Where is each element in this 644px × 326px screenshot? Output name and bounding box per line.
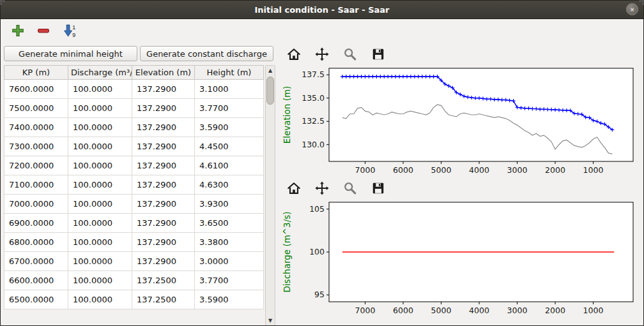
window: Initial condition - Saar - Saar × 1 9 Ge…	[0, 0, 644, 326]
plot1-save-button[interactable]	[370, 46, 387, 63]
table-cell[interactable]: 3.5900	[195, 290, 264, 309]
table-cell[interactable]: 137.2900	[132, 99, 195, 118]
table-cell[interactable]: 6900.0000	[4, 214, 68, 233]
y-tick-label: 95	[314, 290, 325, 299]
table-cell[interactable]: 3.6500	[195, 214, 264, 233]
table-cell[interactable]: 137.2900	[132, 137, 195, 156]
discharge-plot-toolbar	[280, 179, 641, 198]
table-cell[interactable]: 137.2900	[132, 214, 195, 233]
window-title: Initial condition - Saar - Saar	[254, 5, 389, 15]
table-cell[interactable]: 137.2900	[132, 252, 195, 271]
scroll-down-button[interactable]: ▼	[266, 316, 275, 325]
plot2-home-button[interactable]	[286, 180, 302, 196]
table-cell[interactable]: 137.2900	[132, 195, 195, 214]
remove-icon	[36, 24, 50, 38]
table-cell[interactable]: 100.0000	[68, 118, 132, 137]
table-row: 7200.0000100.0000137.29004.6100	[4, 156, 264, 175]
table-cell[interactable]: 100.0000	[68, 137, 132, 156]
x-tick-label: 7000	[355, 306, 376, 315]
save-icon	[371, 47, 385, 61]
table-cell[interactable]: 7000.0000	[4, 195, 68, 214]
table-row: 7500.0000100.0000137.29003.7700	[4, 99, 264, 118]
table-cell[interactable]: 3.9300	[195, 195, 264, 214]
table-cell[interactable]: 6500.0000	[4, 290, 68, 309]
table-body: 7600.0000100.0000137.29003.10007500.0000…	[4, 80, 264, 309]
table-cell[interactable]: 7600.0000	[4, 80, 68, 99]
scrollbar-thumb[interactable]	[266, 77, 274, 105]
plot2-save-button[interactable]	[370, 180, 387, 196]
table-cell[interactable]: 6600.0000	[4, 271, 68, 290]
table-cell[interactable]: 3.7700	[195, 99, 264, 118]
x-tick-label: 1000	[583, 306, 604, 315]
table-row: 6900.0000100.0000137.29003.6500	[4, 214, 264, 233]
table-cell[interactable]: 7200.0000	[4, 156, 68, 175]
table-cell[interactable]: 100.0000	[68, 271, 132, 290]
table-cell[interactable]: 137.2900	[132, 175, 195, 195]
table-cell[interactable]: 6700.0000	[4, 252, 68, 271]
sort-ascending-icon: 1 9	[62, 23, 77, 38]
y-axis-label: Discharge (m^3/s)	[282, 211, 292, 292]
table-scrollbar[interactable]: ▲ ▼	[265, 65, 275, 326]
table-cell[interactable]: 137.2900	[132, 118, 195, 137]
elevation-chart[interactable]: 7000600050004000300020001000130.0132.513…	[280, 64, 641, 179]
y-tick-label: 137.5	[302, 70, 325, 79]
x-tick-label: 3000	[507, 165, 528, 175]
plot1-home-button[interactable]	[286, 46, 302, 63]
close-button[interactable]: ×	[626, 3, 638, 15]
plot2-zoom-button[interactable]	[342, 180, 358, 196]
table-cell[interactable]: 3.1000	[195, 80, 264, 99]
titlebar[interactable]: Initial condition - Saar - Saar ×	[1, 1, 643, 19]
right-panel: 7000600050004000300020001000130.0132.513…	[277, 42, 643, 326]
table-cell[interactable]: 3.7700	[195, 271, 264, 290]
column-header[interactable]: Height (m)	[195, 66, 264, 80]
table-cell[interactable]: 100.0000	[68, 233, 132, 252]
table-cell[interactable]: 137.2900	[132, 233, 195, 252]
remove-row-button[interactable]	[35, 22, 52, 39]
x-tick-label: 6000	[393, 165, 413, 175]
table-cell[interactable]: 100.0000	[68, 80, 132, 99]
column-header[interactable]: Elevation (m)	[132, 66, 195, 80]
table-cell[interactable]: 100.0000	[68, 252, 132, 271]
table-cell[interactable]: 100.0000	[68, 195, 132, 214]
plot1-zoom-button[interactable]	[342, 46, 358, 63]
table-cell[interactable]: 7300.0000	[4, 137, 68, 156]
table-cell[interactable]: 7100.0000	[4, 175, 68, 195]
table-cell[interactable]: 100.0000	[68, 214, 132, 233]
plot-box	[329, 68, 633, 161]
discharge-chart[interactable]: 700060005000400030002000100095100105Disc…	[280, 198, 641, 319]
table-cell[interactable]: 137.2900	[132, 80, 195, 99]
table-cell[interactable]: 6800.0000	[4, 233, 68, 252]
x-tick-label: 5000	[431, 306, 452, 315]
table-cell[interactable]: 137.2500	[132, 271, 195, 290]
table-cell[interactable]: 100.0000	[68, 290, 132, 309]
x-tick-label: 3000	[507, 306, 528, 315]
sort-rows-button[interactable]: 1 9	[61, 22, 79, 40]
column-header[interactable]: Discharge (m³/s)	[68, 66, 132, 80]
table-cell[interactable]: 3.0000	[195, 252, 264, 271]
table-cell[interactable]: 3.5900	[195, 118, 264, 137]
plot1-pan-button[interactable]	[314, 46, 330, 63]
table-cell[interactable]: 100.0000	[68, 175, 132, 195]
table-cell[interactable]: 137.2500	[132, 290, 195, 309]
table-cell[interactable]: 4.6300	[195, 175, 264, 195]
table-cell[interactable]: 4.4500	[195, 137, 264, 156]
x-tick-label: 6000	[393, 306, 413, 315]
column-header[interactable]: KP (m)	[4, 66, 68, 80]
table-cell[interactable]: 100.0000	[68, 99, 132, 118]
scroll-up-button[interactable]: ▲	[266, 66, 275, 75]
add-row-button[interactable]	[10, 22, 26, 39]
table-cell[interactable]: 7400.0000	[4, 118, 68, 137]
table-row: 7000.0000100.0000137.29003.9300	[4, 195, 264, 214]
table-cell[interactable]: 137.2900	[132, 156, 195, 175]
table-cell[interactable]: 7500.0000	[4, 99, 68, 118]
svg-text:9: 9	[72, 32, 75, 38]
zoom-icon	[343, 47, 357, 61]
scrollbar-track[interactable]	[266, 75, 275, 316]
table-cell[interactable]: 4.6100	[195, 156, 264, 175]
plot2-pan-button[interactable]	[314, 180, 330, 196]
generate-minimal-height-button[interactable]: Generate minimal height	[4, 46, 137, 61]
svg-text:1: 1	[72, 24, 75, 31]
table-cell[interactable]: 3.3800	[195, 233, 264, 252]
table-cell[interactable]: 100.0000	[68, 156, 132, 175]
generate-constant-discharge-button[interactable]: Generate constant discharge	[140, 46, 273, 61]
